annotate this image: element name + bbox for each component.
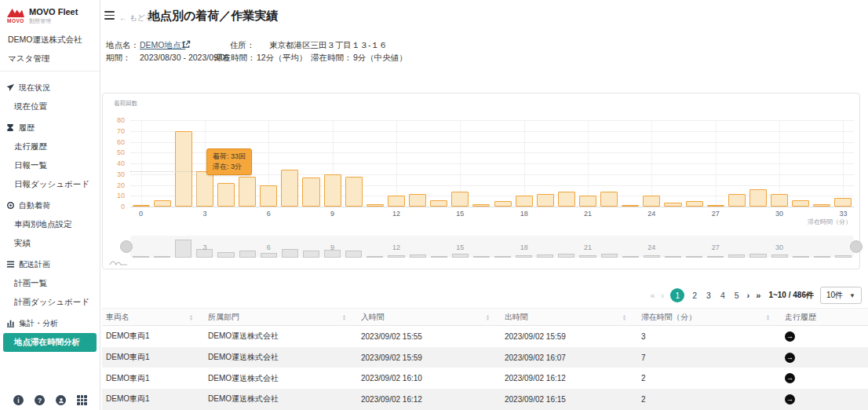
page-button[interactable]: 3 [705,291,713,300]
page-last-button[interactable]: » [756,291,760,300]
app-title: MOVO Fleet [29,7,78,17]
column-header-0[interactable]: 車両名▲▼ [102,309,204,325]
sidebar-item[interactable]: 走行履歴 [0,137,100,156]
sort-icon[interactable]: ▲▼ [486,314,490,320]
brush-handle-right[interactable] [850,240,863,253]
mini-tick-label: 24 [640,243,663,251]
mini-bar [537,254,553,258]
bar-x30[interactable] [771,194,788,207]
stay-median-label: 滞在時間： [311,53,352,64]
gridline [396,120,397,207]
sort-icon[interactable]: ▲▼ [342,314,346,320]
bar-x15[interactable] [451,192,469,207]
table-cell: 3 [637,332,781,341]
column-header-3[interactable]: 出時間▲▼ [501,309,637,325]
arrow-circle-icon[interactable]: → [785,331,795,342]
sidebar-item[interactable]: 計画ダッシュボード [0,293,100,312]
bar-x2[interactable] [175,131,192,207]
bar-x23[interactable] [622,205,639,207]
page-button[interactable]: 4 [719,291,727,300]
sidebar-item[interactable]: 車両別地点設定 [0,215,100,234]
info-icon[interactable]: i [13,395,24,405]
y-tick-label: 40 [103,159,125,167]
bar-x13[interactable] [409,194,426,207]
sidebar-item-master[interactable]: マスタ管理 [0,47,100,71]
bar-x28[interactable] [728,194,746,207]
bar-x25[interactable] [664,203,681,207]
bar-chart-icon [6,319,15,328]
sort-icon[interactable]: ▲▼ [622,314,626,320]
external-link-icon[interactable] [182,40,191,49]
column-header-2[interactable]: 入時間▲▼ [357,309,501,325]
mini-tick-label: 15 [448,243,472,251]
sidebar-item[interactable]: 日報ダッシュボード [0,175,100,194]
sidebar-item[interactable]: 地点滞在時間分析 [3,333,97,352]
bar-x31[interactable] [792,200,809,207]
bar-x18[interactable] [516,196,533,207]
bar-x0[interactable] [133,205,150,207]
page-button[interactable]: 5 [733,291,741,300]
table-row: DEMO車両1DEMO運送株式会社2023/09/02 15:552023/09… [102,326,868,347]
bar-x33[interactable] [834,198,852,207]
bar-x26[interactable] [686,201,703,207]
arrow-circle-icon[interactable]: → [785,373,795,383]
gridline [843,120,844,207]
page-next-button[interactable]: › [747,291,750,300]
page-button[interactable]: 2 [691,291,698,300]
mini-tick-label: 30 [768,243,791,251]
bar-x29[interactable] [749,189,767,207]
sidebar-item[interactable]: 現在位置 [0,97,100,116]
page-button-current[interactable]: 1 [670,288,684,302]
table-cell: → [781,353,868,363]
bar-x5[interactable] [239,177,256,207]
zoom-wave-icon[interactable] [109,258,128,266]
table-cell: DEMO運送株式会社 [204,373,357,384]
bar-x9[interactable] [324,174,341,207]
sidebar: MOVO MOVO Fleet 動態管理 DEMO運送株式会社 マスタ管理 現在… [0,0,100,410]
sort-icon[interactable]: ▲▼ [766,314,770,320]
bar-x7[interactable] [281,170,298,207]
bar-x12[interactable] [388,196,405,207]
column-header-1[interactable]: 所属部門▲▼ [204,309,357,325]
bar-x3[interactable] [196,171,213,207]
sidebar-item[interactable]: 計画一覧 [0,274,100,293]
sidebar-toggle-button[interactable] [104,11,115,20]
bar-x11[interactable] [367,204,384,207]
zoom-brush-area[interactable] [130,236,854,258]
sidebar-nav: 現在状況現在位置履歴走行履歴日報一覧日報ダッシュボード自動着荷車両別地点設定実績… [0,73,100,352]
bar-x20[interactable] [558,192,575,207]
bar-x22[interactable] [600,192,618,207]
location-link[interactable]: DEMO地点1 [140,40,185,51]
x-tick-label: 21 [576,210,600,218]
brush-handle-left[interactable] [120,240,133,253]
arrow-circle-icon[interactable]: → [785,353,795,363]
arrow-circle-icon[interactable]: → [785,394,795,405]
bar-x14[interactable] [430,200,447,207]
bar-x19[interactable] [537,194,554,207]
page-size-select[interactable]: 10件 ▼ [820,287,862,304]
bar-x32[interactable] [813,204,830,207]
page-first-button[interactable]: « [650,291,655,300]
bar-x1[interactable] [154,200,171,207]
x-tick-label: 3 [193,210,217,218]
help-icon[interactable]: ? [35,395,45,405]
bar-x17[interactable] [494,201,512,207]
sort-icon[interactable]: ▲▼ [189,314,193,320]
bar-x24[interactable] [643,196,660,207]
column-header-4[interactable]: 滞在時間（分）▲▼ [637,309,781,325]
bar-x16[interactable] [472,204,490,207]
bar-x21[interactable] [579,196,596,207]
mini-bar [644,255,660,258]
sidebar-item[interactable]: 実績 [0,234,100,253]
mini-bar [133,256,149,258]
bar-x8[interactable] [302,178,319,207]
bar-x6[interactable] [260,185,277,207]
page-prev-button[interactable]: ‹ [662,291,665,300]
bar-x10[interactable] [345,177,363,207]
bar-x27[interactable] [707,205,724,207]
y-tick-label: 0 [103,203,125,210]
sidebar-item[interactable]: 日報一覧 [0,156,100,175]
apps-icon[interactable] [77,395,87,405]
user-icon[interactable] [56,395,66,405]
bar-x4[interactable] [217,183,235,207]
